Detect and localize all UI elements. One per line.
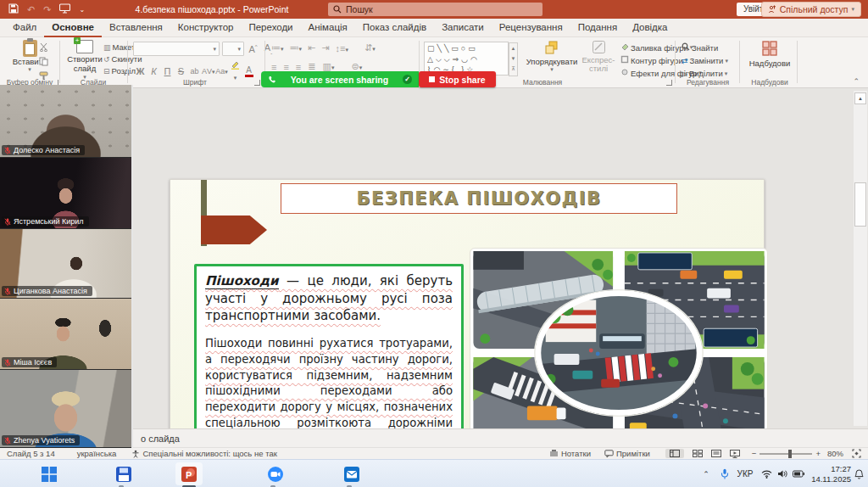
shapes-gallery[interactable]: ▢╲╲▭○▭ △⌵⌵⇒◡◠ ⌇◠∼{ }☆ ▲▼⊼ [424, 42, 509, 76]
scrollbar-thumb[interactable] [854, 182, 866, 227]
participant-video[interactable]: Долеско Анастасія [0, 85, 131, 158]
accessibility-status[interactable]: Спеціальні можливості: щось не так [131, 449, 276, 458]
slide-sorter-view-button[interactable] [693, 450, 703, 457]
powerpoint-icon: P [181, 466, 198, 483]
font-dialog-launcher-icon[interactable] [254, 80, 260, 86]
tray-battery-icon[interactable] [790, 460, 806, 487]
slide-title-box[interactable]: БЕЗПЕКА ПІШОХОДІВ [281, 183, 677, 214]
scroll-up-icon[interactable]: ▲ [854, 92, 866, 104]
tray-microphone-icon[interactable] [717, 460, 732, 487]
save-icon[interactable] [8, 3, 19, 15]
zoom-slider-thumb[interactable] [788, 450, 792, 458]
reading-view-button[interactable] [711, 450, 721, 457]
present-icon[interactable] [59, 3, 70, 15]
shape-outline-button[interactable]: Контур фігури▾ [620, 55, 687, 65]
copy-icon[interactable] [39, 57, 48, 68]
tray-language[interactable]: УКР [734, 460, 756, 487]
participant-video[interactable]: Zhenya Vyatiorets [0, 370, 131, 448]
language-indicator[interactable]: українська [77, 449, 117, 458]
change-case-icon[interactable]: Аа▾ [215, 67, 228, 76]
tab-file[interactable]: Файл [5, 19, 44, 37]
bullets-icon[interactable]: ≔▾ [271, 42, 284, 53]
taskbar-app-powerpoint[interactable]: P [178, 463, 200, 485]
align-left-icon[interactable]: ≡ [271, 62, 276, 72]
tab-record[interactable]: Записати [434, 19, 492, 37]
select-button[interactable]: ▷Виділити▾ [682, 69, 727, 78]
normal-view-button[interactable] [665, 449, 684, 458]
slideshow-view-button[interactable] [730, 450, 740, 458]
share-button[interactable]: Спільний доступ ▾ [761, 2, 861, 17]
tray-clock[interactable]: 17:27 14.11.2025 [810, 460, 851, 487]
zoom-in-button[interactable]: + [815, 449, 821, 458]
replace-button[interactable]: ⇄Замінити▾ [682, 56, 728, 65]
screen-sharing-banner: You are screen sharing ✓ [261, 71, 419, 87]
decrease-indent-icon[interactable]: ⇤ [308, 42, 315, 53]
collapse-ribbon-icon[interactable]: ⌃ [853, 77, 860, 86]
tab-transitions[interactable]: Переходи [241, 19, 300, 37]
tab-slideshow[interactable]: Показ слайдів [355, 19, 434, 37]
participant-video[interactable]: Циганкова Анастасія [0, 229, 131, 299]
drawing-dialog-launcher-icon[interactable] [666, 80, 672, 86]
tab-insert[interactable]: Вставлення [102, 19, 170, 37]
search-placeholder: Пошук [346, 4, 373, 14]
font-size-select[interactable]: ▾ [222, 42, 244, 56]
align-center-icon[interactable]: ≡ [283, 62, 288, 72]
pedestrian-crossings-illustration[interactable] [470, 248, 768, 458]
find-button[interactable]: Знайти [682, 42, 718, 53]
tab-help[interactable]: Довідка [625, 19, 675, 37]
underline-button[interactable]: П [161, 66, 174, 76]
tray-wifi-icon[interactable] [760, 460, 774, 487]
redo-icon[interactable]: ↷ [43, 4, 51, 15]
tray-notifications-icon[interactable] [851, 460, 866, 487]
italic-button[interactable]: К [147, 66, 160, 76]
stop-share-button[interactable]: Stop share [419, 71, 496, 87]
new-slide-button[interactable]: + Створити слайд▾ [64, 40, 105, 81]
addins-button[interactable]: Надбудови [748, 40, 792, 68]
zoom-out-button[interactable]: − [752, 449, 757, 458]
tab-animations[interactable]: Анімація [301, 19, 355, 37]
taskbar-app-files[interactable] [113, 463, 135, 485]
slide-counter[interactable]: Слайд 5 з 14 [7, 449, 55, 458]
tray-speaker-icon[interactable] [775, 460, 789, 487]
cut-icon[interactable] [39, 42, 48, 53]
bold-button[interactable]: Ж [134, 66, 147, 76]
start-button[interactable] [38, 463, 60, 485]
search-input[interactable]: Пошук [328, 3, 542, 16]
font-name-select[interactable]: ▾ [133, 42, 220, 56]
participant-video[interactable]: Міша Ісєєв [0, 299, 131, 370]
slide-arrow-shape[interactable] [201, 216, 267, 244]
section-icon: ⊟ [103, 67, 110, 76]
vertical-scrollbar[interactable]: ▲ [854, 91, 867, 426]
quick-styles-button[interactable]: Експрес-стилі [580, 40, 617, 74]
zoom-slider[interactable] [760, 453, 812, 455]
notes-icon [549, 450, 559, 457]
fit-slide-to-window-button[interactable] [852, 449, 861, 458]
tab-home[interactable]: Основне [44, 19, 102, 37]
undo-icon[interactable]: ↶ [27, 4, 35, 15]
line-spacing-icon[interactable]: ↕≡▾ [335, 43, 348, 53]
taskbar-app-zoom[interactable] [264, 463, 287, 485]
arrange-button[interactable]: Упорядкувати▾ [527, 40, 576, 73]
text-direction-icon[interactable]: ⇵▾ [364, 42, 376, 53]
participant-name: Ястремський Кирил [14, 217, 84, 226]
mic-muted-icon [4, 147, 11, 154]
grow-font-icon[interactable]: А^ [247, 44, 259, 54]
qat-customize-caret-icon[interactable]: ⌄ [79, 6, 85, 14]
comments-toggle[interactable]: Примітки [604, 449, 650, 458]
tab-view[interactable]: Подання [570, 19, 625, 37]
text-shadow-icon[interactable]: ab [188, 67, 201, 76]
align-right-icon[interactable]: ≡ [296, 62, 301, 72]
shapes-scroll[interactable]: ▲▼⊼ [509, 42, 518, 76]
participant-video[interactable]: Ястремський Кирил [0, 158, 131, 229]
taskbar-app-mail[interactable] [341, 463, 363, 485]
strikethrough-button[interactable]: S [175, 66, 187, 76]
character-spacing-icon[interactable]: АV▾ [202, 67, 214, 76]
tab-design[interactable]: Конструктор [170, 19, 242, 37]
increase-indent-icon[interactable]: ⇥ [321, 42, 329, 53]
font-color-icon[interactable]: А [242, 64, 255, 77]
tab-review[interactable]: Рецензування [492, 19, 570, 37]
notes-toggle[interactable]: Нотатки [549, 449, 591, 458]
zoom-level[interactable]: 80% [827, 449, 843, 458]
tray-overflow-icon[interactable]: ⌃ [698, 460, 714, 487]
numbering-icon[interactable]: ≕▾ [290, 42, 303, 53]
